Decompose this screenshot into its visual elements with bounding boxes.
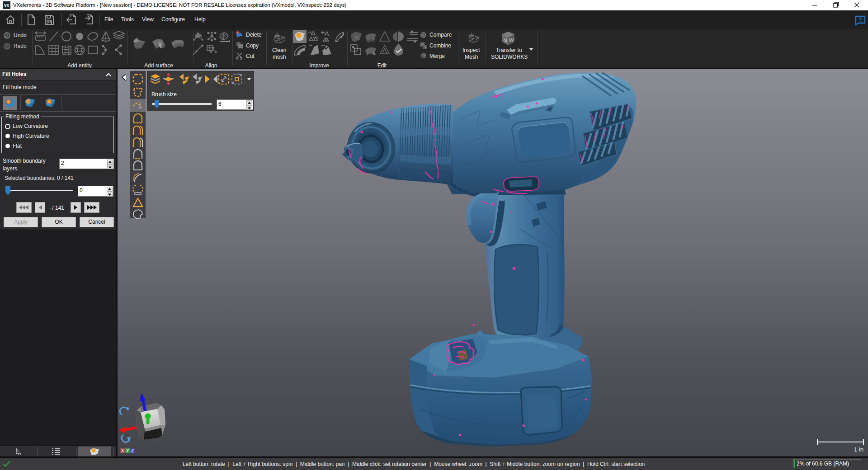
svg-text:W: W — [509, 37, 514, 43]
svg-text:?: ? — [859, 17, 862, 23]
svg-text:Z: Z — [131, 448, 134, 453]
svg-text:X: X — [121, 448, 124, 453]
svg-text:Y: Y — [126, 448, 129, 453]
svg-text:1 in: 1 in — [854, 446, 863, 453]
svg-text:S: S — [504, 38, 507, 43]
